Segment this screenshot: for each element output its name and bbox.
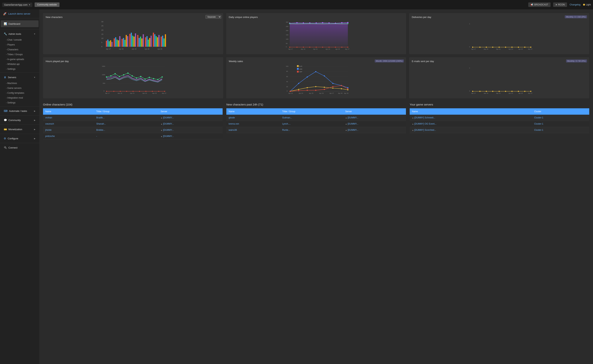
svg-point-131 xyxy=(115,73,116,74)
svg-text:5: 5 xyxy=(101,41,102,43)
rcon-icon: ➤ xyxy=(555,3,557,6)
sidebar-item-integration-mod[interactable]: - Integration mod xyxy=(0,95,39,100)
rcon-button[interactable]: ➤ RCON xyxy=(553,2,567,7)
svg-rect-32 xyxy=(134,37,135,47)
svg-text:Apr 23: Apr 23 xyxy=(509,48,513,50)
sidebar-item-chat-console[interactable]: - Chat / console xyxy=(0,37,39,42)
svg-point-79 xyxy=(328,22,330,24)
svg-rect-30 xyxy=(131,33,132,47)
sidebar-item-dashboard[interactable]: 📊 Dashboard xyxy=(1,20,39,27)
sidebar-item-whitelist[interactable]: - Whitelist apl. xyxy=(0,62,39,67)
daily-players-chart: Daily unique online players 300 250 200 … xyxy=(226,13,406,54)
tribe-name: Brekke... xyxy=(94,127,158,133)
sidebar-item-servers-settings[interactable]: - Settings xyxy=(0,100,39,105)
sidebar-item-players[interactable]: - Players xyxy=(0,42,39,47)
new-characters-24h-section: New characters past 24h (71) Name Tribe … xyxy=(226,103,406,139)
broadcast-button[interactable]: 📢 BROADCAST xyxy=(528,2,551,7)
svg-text:Apr 19: Apr 19 xyxy=(118,92,122,94)
svg-text:0: 0 xyxy=(469,46,470,48)
svg-point-94 xyxy=(347,47,348,48)
svg-text:Apr 28: Apr 28 xyxy=(338,92,343,94)
tables-grid: Online characters (104) Name Tribe / Gro… xyxy=(43,103,589,139)
hours-played-chart: Hours played per day 1500 1000 500 0 xyxy=(43,57,223,98)
sidebar-item-characters[interactable]: - Characters xyxy=(0,47,39,52)
svg-text:Apr 26: Apr 26 xyxy=(319,92,324,94)
changelog-link[interactable]: Changelog xyxy=(570,3,580,6)
sidebar-item-ingame-uploads[interactable]: - In-game uploads xyxy=(0,57,39,62)
svg-point-109 xyxy=(499,46,500,48)
launch-demo-server-button[interactable]: 🚀 Launch demo server xyxy=(0,9,39,18)
sidebar-item-community[interactable]: 💬 Community ▶ xyxy=(1,117,39,124)
svg-point-187 xyxy=(306,87,308,88)
sidebar-item-game-servers[interactable]: - Game servers xyxy=(0,86,39,91)
svg-point-190 xyxy=(332,88,333,89)
server-name: ▲[DUMMY... xyxy=(343,127,406,133)
svg-point-151 xyxy=(158,91,159,92)
sidebar-dashboard-section: 📊 Dashboard xyxy=(0,18,39,28)
svg-point-92 xyxy=(335,47,336,48)
sidebar-item-configure[interactable]: ⚙ Configure ▶ xyxy=(1,135,39,142)
svg-point-186 xyxy=(298,89,299,90)
sidebar-item-monetization[interactable]: 💳 Monetization ▶ xyxy=(1,126,39,133)
svg-point-213 xyxy=(479,91,481,92)
sidebar-item-admin-tools[interactable]: 🔧 Admin tools ▼ xyxy=(1,31,39,37)
sidebar-item-tribes-groups[interactable]: - Tribes / Groups xyxy=(0,52,39,57)
svg-point-88 xyxy=(309,47,310,48)
sidebar-item-admin-settings[interactable]: - Settings xyxy=(0,67,39,72)
svg-point-194 xyxy=(298,90,299,91)
community-website-button[interactable]: Community website xyxy=(35,2,59,7)
broadcast-icon: 📢 xyxy=(530,3,533,6)
tribe-name: Runte... xyxy=(280,127,343,133)
sidebar-item-servers[interactable]: 🖥 Servers ▼ xyxy=(1,74,39,81)
sidebar-item-machines[interactable]: - Machines xyxy=(0,81,39,86)
svg-rect-16 xyxy=(109,41,110,47)
svg-rect-24 xyxy=(122,39,123,47)
svg-text:Apr 19: Apr 19 xyxy=(484,48,488,50)
brand-selector[interactable]: GameServerApp.com ▼ xyxy=(2,3,32,7)
svg-point-137 xyxy=(140,76,141,77)
weekly-sales-chart: Weekly sales Month: 2404.12/1000 (240%) … xyxy=(226,57,406,98)
sidebar-item-connect[interactable]: 🔌 Connect xyxy=(1,144,39,151)
servers-icon: 🖥 xyxy=(4,76,6,79)
svg-text:Apr 23: Apr 23 xyxy=(132,48,137,50)
sidebar-item-automate[interactable]: ⌨ Automate / tasks ▶ xyxy=(1,108,39,114)
server-name: ▲[DUMMY... xyxy=(343,115,406,121)
svg-point-218 xyxy=(511,91,513,92)
svg-text:Apr 19: Apr 19 xyxy=(301,48,305,50)
svg-point-114 xyxy=(530,46,531,48)
svg-text:60: 60 xyxy=(286,76,288,78)
svg-text:Apr 24: Apr 24 xyxy=(299,92,303,94)
svg-rect-31 xyxy=(132,36,133,47)
svg-text:Apr 29: Apr 29 xyxy=(157,48,162,50)
server-name: ▲[DUMMY] Schneeti... xyxy=(410,115,532,121)
svg-rect-14 xyxy=(106,41,107,47)
svg-point-197 xyxy=(324,89,325,90)
svg-text:25: 25 xyxy=(101,25,103,27)
svg-text:Apr 27: Apr 27 xyxy=(528,92,533,94)
svg-point-78 xyxy=(322,22,323,23)
svg-text:30: 30 xyxy=(101,20,103,23)
new-characters-select[interactable]: Separate Combined xyxy=(205,15,221,19)
svg-rect-38 xyxy=(143,34,144,46)
svg-rect-23 xyxy=(119,36,120,47)
svg-point-132 xyxy=(119,76,120,77)
svg-text:Apr 19: Apr 19 xyxy=(484,92,488,94)
svg-text:GBP: GBP xyxy=(299,71,302,72)
svg-point-105 xyxy=(472,46,473,48)
main-content: New characters Separate Combined 30 25 2… xyxy=(39,9,593,364)
light-mode-toggle[interactable]: Light xyxy=(583,3,591,6)
sidebar-item-config-templates[interactable]: - Config templates xyxy=(0,91,39,95)
emails-chart: E-mails sent per day Monthly: 0 / 50 (0%… xyxy=(409,57,589,98)
svg-rect-15 xyxy=(107,40,108,47)
svg-text:Apr 26: Apr 26 xyxy=(145,48,150,50)
svg-point-90 xyxy=(322,47,323,48)
brand-arrow: ▼ xyxy=(29,4,31,6)
svg-text:0: 0 xyxy=(104,90,104,92)
svg-text:Apr 27: Apr 27 xyxy=(345,48,349,50)
new-chars-col-tribe: Tribe / Group xyxy=(280,108,343,115)
svg-rect-52 xyxy=(165,34,166,46)
svg-rect-43 xyxy=(150,36,152,47)
svg-point-152 xyxy=(164,91,165,92)
server-name: ▲[DUMMY... xyxy=(158,127,223,133)
svg-point-188 xyxy=(315,86,316,87)
